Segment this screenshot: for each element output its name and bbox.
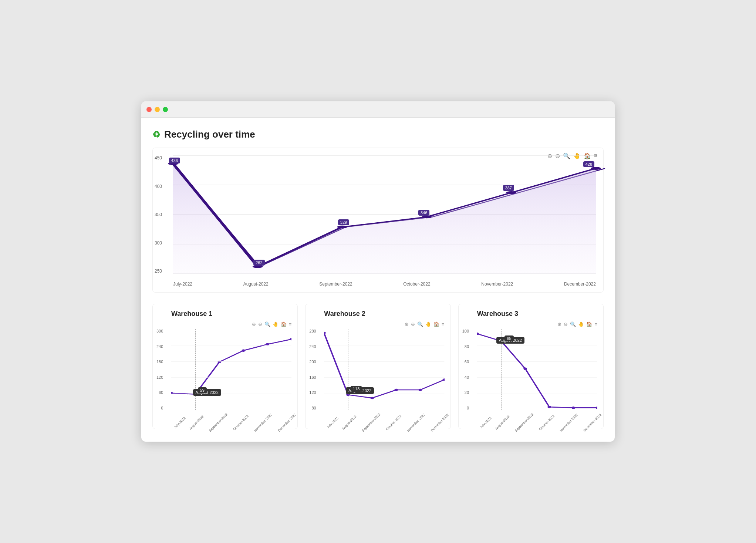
warehouse-1-chart: 300 240 180 120 60 0 bbox=[171, 329, 291, 410]
main-chart-area: 450 400 350 300 250 bbox=[173, 155, 596, 274]
warehouses-section: Warehouse 1 ⊕ ⊖ 🔍 🤚 🏠 ≡ 300 240 180 120 bbox=[152, 304, 604, 429]
warehouse-2-chart: 280 240 200 160 120 80 bbox=[324, 329, 444, 410]
svg-point-16 bbox=[242, 349, 245, 352]
w1-zoom-in-icon[interactable]: ⊕ bbox=[252, 321, 256, 327]
w2-svg bbox=[324, 329, 444, 410]
main-chart-svg bbox=[173, 155, 596, 274]
w2-dashed-line bbox=[348, 329, 348, 410]
w2-home-icon[interactable]: 🏠 bbox=[433, 321, 439, 327]
svg-point-11 bbox=[506, 191, 516, 194]
w2-zoom-in-icon[interactable]: ⊕ bbox=[405, 321, 409, 327]
svg-point-10 bbox=[422, 216, 432, 219]
titlebar bbox=[141, 101, 615, 118]
warehouse-2-title: Warehouse 2 bbox=[324, 310, 444, 318]
maximize-button[interactable] bbox=[163, 107, 168, 112]
page-title-text: Recycling over time bbox=[164, 129, 255, 140]
svg-point-35 bbox=[419, 389, 422, 391]
warehouse-3-chart: 100 80 60 40 20 0 bbox=[477, 329, 597, 410]
svg-point-33 bbox=[371, 397, 374, 399]
w3-zoom-in-icon[interactable]: ⊕ bbox=[557, 321, 561, 327]
svg-point-15 bbox=[217, 361, 221, 363]
w1-x-axis: July-2022 August-2022 September-2022 Oct… bbox=[171, 421, 291, 425]
main-chart-container: ⊕ ⊖ 🔍 🤚 🏠 ≡ 450 400 350 300 250 bbox=[152, 148, 604, 293]
main-content: ♻ Recycling over time ⊕ ⊖ 🔍 🤚 🏠 ≡ 450 40… bbox=[141, 118, 615, 440]
w1-dashed-line bbox=[195, 329, 196, 410]
page-title: ♻ Recycling over time bbox=[152, 129, 604, 140]
close-button[interactable] bbox=[146, 107, 152, 112]
w1-svg bbox=[171, 329, 291, 410]
w2-y-axis: 280 240 200 160 120 80 bbox=[309, 329, 316, 410]
recycle-icon: ♻ bbox=[152, 129, 161, 140]
w3-svg bbox=[477, 329, 597, 410]
w2-pan-icon[interactable]: 🤚 bbox=[425, 321, 431, 327]
w3-dashed-line bbox=[501, 329, 502, 410]
w1-menu-icon[interactable]: ≡ bbox=[289, 321, 292, 327]
w3-x-axis: July-2022 August-2022 September-2022 Oct… bbox=[477, 421, 597, 425]
warehouse-1-card: Warehouse 1 ⊕ ⊖ 🔍 🤚 🏠 ≡ 300 240 180 120 bbox=[152, 304, 298, 429]
svg-point-18 bbox=[290, 338, 291, 341]
w3-y-axis: 100 80 60 40 20 0 bbox=[462, 329, 469, 410]
w1-home-icon[interactable]: 🏠 bbox=[281, 321, 287, 327]
svg-point-45 bbox=[523, 368, 527, 370]
svg-point-48 bbox=[595, 407, 597, 409]
app-window: ♻ Recycling over time ⊕ ⊖ 🔍 🤚 🏠 ≡ 450 40… bbox=[141, 101, 615, 442]
main-x-axis: July-2022 August-2022 September-2022 Oct… bbox=[173, 281, 596, 287]
warehouse-1-title: Warehouse 1 bbox=[171, 310, 291, 318]
warehouse-1-toolbar: ⊕ ⊖ 🔍 🤚 🏠 ≡ bbox=[171, 321, 291, 327]
w3-home-icon[interactable]: 🏠 bbox=[586, 321, 592, 327]
warehouse-2-card: Warehouse 2 ⊕ ⊖ 🔍 🤚 🏠 ≡ 280 240 200 160 bbox=[305, 304, 450, 429]
svg-point-34 bbox=[395, 389, 398, 391]
w3-zoom-out-icon[interactable]: ⊖ bbox=[564, 321, 568, 327]
warehouse-3-title: Warehouse 3 bbox=[477, 310, 597, 318]
warehouse-3-toolbar: ⊕ ⊖ 🔍 🤚 🏠 ≡ bbox=[477, 321, 597, 327]
w2-search-icon[interactable]: 🔍 bbox=[417, 321, 423, 327]
svg-point-7 bbox=[168, 162, 178, 165]
svg-point-9 bbox=[337, 226, 347, 229]
main-y-axis: 450 400 350 300 250 bbox=[155, 155, 162, 274]
warehouse-2-toolbar: ⊕ ⊖ 🔍 🤚 🏠 ≡ bbox=[324, 321, 444, 327]
svg-point-46 bbox=[547, 406, 551, 408]
w2-zoom-out-icon[interactable]: ⊖ bbox=[411, 321, 415, 327]
minimize-button[interactable] bbox=[155, 107, 160, 112]
w2-menu-icon[interactable]: ≡ bbox=[442, 321, 445, 327]
w1-y-axis: 300 240 180 120 60 0 bbox=[156, 329, 163, 410]
svg-point-12 bbox=[591, 167, 601, 170]
w1-zoom-out-icon[interactable]: ⊖ bbox=[258, 321, 262, 327]
w1-pan-icon[interactable]: 🤚 bbox=[273, 321, 279, 327]
svg-point-47 bbox=[571, 407, 575, 409]
w3-search-icon[interactable]: 🔍 bbox=[570, 321, 576, 327]
svg-marker-6 bbox=[173, 163, 596, 274]
svg-point-8 bbox=[253, 265, 263, 268]
w3-pan-icon[interactable]: 🤚 bbox=[578, 321, 584, 327]
w1-search-icon[interactable]: 🔍 bbox=[264, 321, 270, 327]
warehouse-3-card: Warehouse 3 ⊕ ⊖ 🔍 🤚 🏠 ≡ 100 80 60 40 20 bbox=[458, 304, 604, 429]
w2-x-axis: July-2022 August-2022 September-2022 Oct… bbox=[324, 421, 444, 425]
w3-menu-icon[interactable]: ≡ bbox=[594, 321, 597, 327]
svg-point-31 bbox=[324, 332, 326, 334]
